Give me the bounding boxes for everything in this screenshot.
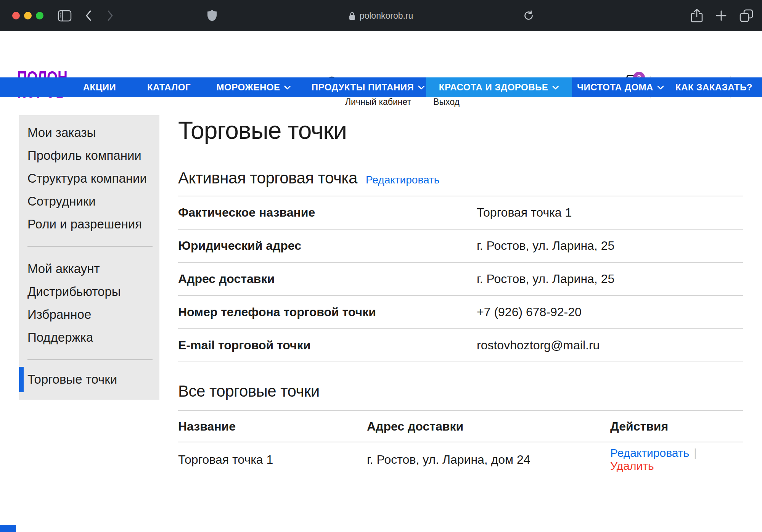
column-actions: Действия [610,419,743,434]
column-name: Название [178,419,367,434]
field-value: rostovhoztorg@mail.ru [477,338,600,352]
field-value: Торговая точка 1 [477,206,572,220]
sidebar-item-label: Дистрибьюторы [27,284,121,299]
actions-separator [694,447,697,459]
outlet-name: Торговая точка 1 [178,453,367,467]
sidebar-item-label: Торговые точки [27,372,117,387]
outlet-actions: РедактироватьУдалить [610,447,743,473]
footer-edge [0,525,16,532]
sidebar-item[interactable]: Избранное [19,303,159,326]
field-label: Адрес доставки [178,272,477,286]
sidebar-item[interactable]: Профиль компании [19,144,159,167]
field-row: E-mail торговой точкиrostovhoztorg@mail.… [178,329,743,362]
field-label: E-mail торговой точки [178,338,477,352]
sidebar-item-label: Профиль компании [27,148,141,163]
edit-outlet-link[interactable]: Редактировать [610,447,689,459]
sidebar-item[interactable]: Мои заказы [19,121,159,144]
sidebar-item[interactable]: Сотрудники [19,190,159,213]
sidebar-item-label: Поддержка [27,330,93,345]
field-row: Юридический адресг. Ростов, ул. Ларина, … [178,230,743,263]
field-row: Номер телефона торговой точки+7 (926) 67… [178,296,743,329]
field-row: Фактическое названиеТорговая точка 1 [178,196,743,230]
sidebar-item-label: Структура компании [27,171,147,186]
page-title: Торговые точки [178,117,347,145]
sidebar-item[interactable]: Поддержка [19,326,159,349]
active-outlet-heading: Активная торговая точка [178,168,357,188]
sidebar-item-label: Мои заказы [27,125,96,140]
field-label: Фактическое название [178,206,477,220]
sidebar-item[interactable]: Мой аккаунт [19,257,159,280]
column-address: Адрес доставки [367,419,610,434]
sidebar-item[interactable]: Структура компании [19,167,159,190]
main-content: Торговые точки Активная торговая точка Р… [178,0,743,532]
field-value: г. Ростов, ул. Ларина, 25 [477,239,614,253]
field-value: +7 (926) 678-92-20 [477,305,582,319]
sidebar: Мои заказыПрофиль компанииСтруктура комп… [19,115,159,400]
field-value: г. Ростов, ул. Ларина, 25 [477,272,614,286]
nav-item-label: АКЦИИ [83,82,116,93]
sidebar-item[interactable]: Дистрибьюторы [19,280,159,303]
sidebar-item-label: Роли и разрешения [27,217,142,231]
all-outlets-heading: Все торговые точки [178,381,320,401]
outlet-address: г. Ростов, ул. Ларина, дом 24 [367,453,610,467]
sidebar-item-label: Мой аккаунт [27,262,100,276]
field-label: Юридический адрес [178,239,477,253]
outlets-table-header: Название Адрес доставки Действия [178,411,743,442]
sidebar-item[interactable]: Роли и разрешения [19,213,159,236]
sidebar-item-label: Сотрудники [27,194,96,209]
delete-outlet-link[interactable]: Удалить [610,460,654,472]
sidebar-item[interactable]: Торговые точки [19,368,159,391]
field-label: Номер телефона торговой точки [178,305,477,319]
table-row: Торговая точка 1г. Ростов, ул. Ларина, д… [178,442,743,477]
outlets-table: Название Адрес доставки Действия Торгова… [178,410,743,477]
edit-active-outlet-link[interactable]: Редактировать [366,174,439,186]
nav-item[interactable]: АКЦИИ [70,77,129,97]
sidebar-item-label: Избранное [27,307,91,322]
active-outlet-fields: Фактическое названиеТорговая точка 1Юрид… [178,196,743,362]
field-row: Адрес доставкиг. Ростов, ул. Ларина, 25 [178,263,743,296]
